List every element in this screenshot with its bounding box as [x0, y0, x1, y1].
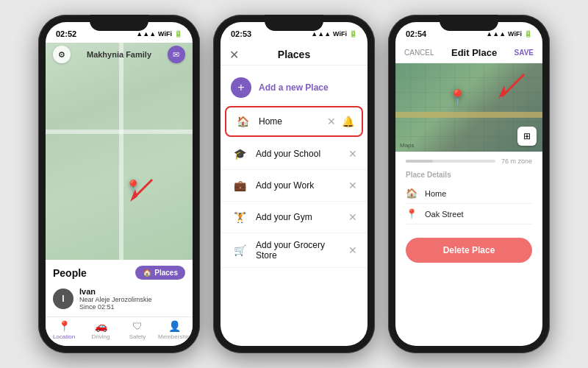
places-label: Places: [154, 269, 178, 277]
status-icons-3: ▲▲▲ WiFi 🔋: [486, 30, 532, 38]
nav-membership[interactable]: 👤 Membership: [156, 320, 193, 340]
settings-icon: ⚙: [58, 50, 65, 60]
notch-3: [440, 15, 498, 31]
signal-icon: ▲▲▲: [136, 30, 156, 38]
school-label: Add your School: [256, 149, 341, 159]
add-place-icon: +: [231, 77, 251, 98]
time-3: 02:54: [406, 29, 426, 38]
places-title: Places: [278, 49, 310, 60]
people-title: People: [53, 267, 87, 279]
wifi-icon-3: WiFi: [508, 30, 522, 38]
place-work[interactable]: 💼 Add your Work ✕: [220, 170, 368, 202]
screen-3: 02:54 ▲▲▲ WiFi 🔋 CANCEL Edit Place SAVE …: [395, 22, 542, 346]
phone-3: 02:54 ▲▲▲ WiFi 🔋 CANCEL Edit Place SAVE …: [388, 15, 550, 353]
user-since: Since 02:51: [79, 303, 152, 311]
work-icon: 💼: [231, 177, 248, 194]
nav-location-label: Location: [53, 333, 75, 340]
close-button[interactable]: ✕: [229, 48, 239, 62]
work-remove-icon[interactable]: ✕: [348, 180, 357, 191]
place-gym[interactable]: 🏋 Add your Gym ✕: [220, 202, 368, 233]
settings-btn[interactable]: ⚙: [53, 46, 71, 63]
home-label: Home: [259, 116, 320, 127]
map-arrow: [126, 176, 156, 205]
edit-place-title: Edit Place: [451, 47, 497, 58]
radius-bar: 76 m zone: [395, 152, 542, 168]
home-icon: 🏠: [234, 113, 251, 130]
bottom-nav: 📍 Location 🚗 Driving 🛡 Safety 👤 Membersh…: [46, 316, 193, 346]
map-preview: 📍 Maps ⊞: [395, 63, 542, 152]
message-icon: ✉: [173, 50, 179, 60]
safety-icon: 🛡: [132, 320, 143, 332]
avatar: I: [53, 289, 74, 309]
gym-icon: 🏋: [231, 208, 248, 226]
places-header: ✕ Places: [220, 43, 368, 66]
nav-driving-label: Driving: [92, 333, 110, 340]
home-bell-icon[interactable]: 🔔: [342, 116, 354, 127]
place-school[interactable]: 🎓 Add your School ✕: [220, 138, 368, 170]
time-2: 02:53: [231, 29, 251, 38]
add-place-row[interactable]: + Add a new Place: [220, 71, 368, 105]
status-icons-2: ▲▲▲ WiFi 🔋: [311, 30, 357, 38]
svg-line-2: [502, 74, 524, 96]
signal-icon-2: ▲▲▲: [311, 30, 331, 38]
map-view: 📍: [46, 43, 193, 260]
phone-1: 02:52 ▲▲▲ WiFi 🔋 ⚙ Makhynia Family ✉ 📍: [38, 15, 200, 353]
edit-place-header: CANCEL Edit Place SAVE: [395, 43, 542, 63]
location-icon: 📍: [58, 320, 71, 332]
driving-icon: 🚗: [95, 320, 107, 332]
gym-label: Add your Gym: [256, 212, 341, 222]
people-row: People 🏠 Places: [53, 266, 185, 280]
family-name: Makhynia Family: [87, 50, 151, 59]
school-icon: 🎓: [231, 145, 248, 163]
details-title: Place details: [406, 171, 532, 179]
wifi-icon: WiFi: [158, 30, 172, 38]
map-header: ⚙ Makhynia Family ✉: [46, 43, 193, 66]
place-details: Place details 🏠 Home 📍 Oak Street: [395, 168, 542, 227]
grocery-remove-icon[interactable]: ✕: [348, 244, 357, 256]
layers-button[interactable]: ⊞: [517, 127, 537, 146]
places-button[interactable]: 🏠 Places: [135, 266, 185, 280]
home-actions: ✕ 🔔: [327, 116, 354, 127]
grocery-label: Add your Grocery Store: [256, 240, 341, 261]
aerial-pin: 📍: [448, 88, 467, 106]
places-list: + Add a new Place 🏠 Home ✕ 🔔 🎓 Add your …: [220, 66, 368, 346]
save-button[interactable]: SAVE: [514, 49, 534, 57]
nav-safety-label: Safety: [129, 333, 146, 340]
place-grocery[interactable]: 🛒 Add your Grocery Store ✕: [220, 233, 368, 268]
phone-2: 02:53 ▲▲▲ WiFi 🔋 ✕ Places + Add a new Pl…: [213, 15, 375, 353]
user-info: Ivan Near Aleje Jerozolimskie Since 02:5…: [79, 287, 152, 311]
detail-address-text: Oak Street: [425, 210, 464, 219]
map-road-vertical: [119, 43, 123, 260]
user-location: Near Aleje Jerozolimskie: [79, 296, 152, 303]
nav-driving[interactable]: 🚗 Driving: [82, 320, 119, 340]
aerial-arrow: [491, 71, 528, 100]
gym-remove-icon[interactable]: ✕: [348, 211, 357, 223]
nav-safety[interactable]: 🛡 Safety: [119, 320, 156, 340]
user-row: I Ivan Near Aleje Jerozolimskie Since 02…: [53, 284, 185, 314]
time-1: 02:52: [56, 29, 76, 38]
svg-marker-3: [498, 85, 506, 99]
notch-1: [90, 15, 148, 31]
work-label: Add your Work: [256, 180, 341, 191]
detail-address-icon: 📍: [406, 208, 417, 219]
school-remove-icon[interactable]: ✕: [348, 148, 357, 160]
message-btn[interactable]: ✉: [168, 46, 185, 63]
aerial-road-h: [395, 112, 542, 118]
membership-icon: 👤: [168, 320, 181, 332]
nav-membership-label: Membership: [158, 333, 190, 340]
detail-home: 🏠 Home: [406, 183, 532, 204]
detail-home-icon: 🏠: [406, 188, 417, 199]
status-icons-1: ▲▲▲ WiFi 🔋: [136, 30, 182, 38]
add-place-label: Add a new Place: [259, 82, 329, 93]
svg-marker-1: [130, 189, 137, 202]
nav-location[interactable]: 📍 Location: [46, 320, 82, 340]
place-home[interactable]: 🏠 Home ✕ 🔔: [225, 106, 363, 137]
battery-icon: 🔋: [174, 30, 182, 38]
delete-place-button[interactable]: Delete Place: [406, 238, 532, 263]
radius-slider[interactable]: [406, 160, 495, 163]
places-icon: 🏠: [143, 269, 151, 277]
user-name: Ivan: [79, 287, 152, 296]
cancel-button[interactable]: CANCEL: [404, 49, 434, 57]
home-remove-icon[interactable]: ✕: [327, 116, 336, 127]
maps-credit: Maps: [400, 142, 415, 149]
